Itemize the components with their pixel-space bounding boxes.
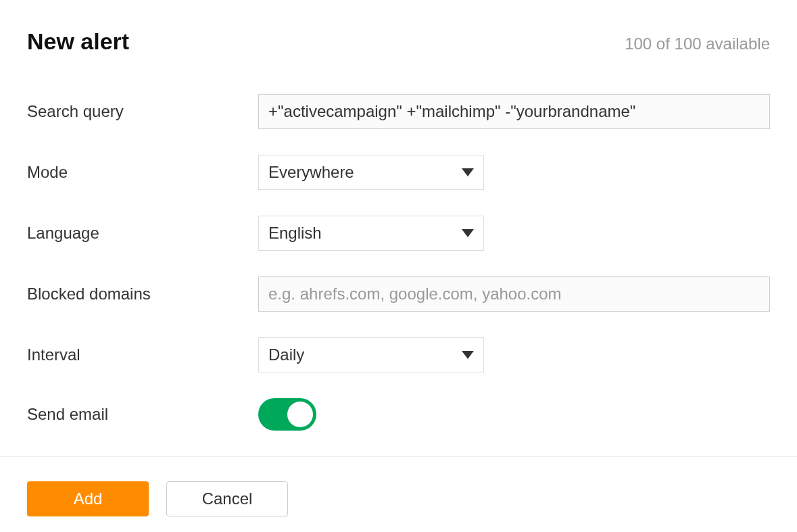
- interval-label: Interval: [27, 345, 258, 364]
- row-interval: Interval Daily: [27, 337, 770, 372]
- interval-select-value: Daily: [268, 345, 304, 364]
- row-mode: Mode Everywhere: [27, 155, 770, 190]
- form-header: New alert 100 of 100 available: [27, 28, 770, 55]
- row-blocked-domains: Blocked domains: [27, 276, 770, 312]
- quota-status: 100 of 100 available: [625, 34, 770, 53]
- blocked-domains-input[interactable]: [258, 276, 770, 312]
- row-language: Language English: [27, 216, 770, 251]
- language-select-value: English: [268, 224, 322, 243]
- chevron-down-icon: [462, 168, 474, 176]
- toggle-knob: [287, 402, 313, 427]
- interval-select[interactable]: Daily: [258, 337, 484, 372]
- send-email-toggle[interactable]: [258, 398, 316, 431]
- actions-bar: Add Cancel: [0, 457, 797, 532]
- blocked-domains-label: Blocked domains: [27, 285, 258, 304]
- page-title: New alert: [27, 28, 129, 55]
- row-send-email: Send email: [27, 398, 770, 431]
- chevron-down-icon: [462, 351, 474, 359]
- cancel-button[interactable]: Cancel: [166, 481, 288, 516]
- search-query-input[interactable]: [258, 94, 770, 129]
- mode-select-value: Everywhere: [268, 163, 354, 182]
- chevron-down-icon: [462, 229, 474, 237]
- row-search-query: Search query: [27, 94, 770, 129]
- add-button[interactable]: Add: [27, 481, 149, 516]
- language-select[interactable]: English: [258, 216, 484, 251]
- language-label: Language: [27, 224, 258, 243]
- mode-select[interactable]: Everywhere: [258, 155, 484, 190]
- send-email-label: Send email: [27, 405, 258, 424]
- mode-label: Mode: [27, 163, 258, 182]
- search-query-label: Search query: [27, 102, 258, 121]
